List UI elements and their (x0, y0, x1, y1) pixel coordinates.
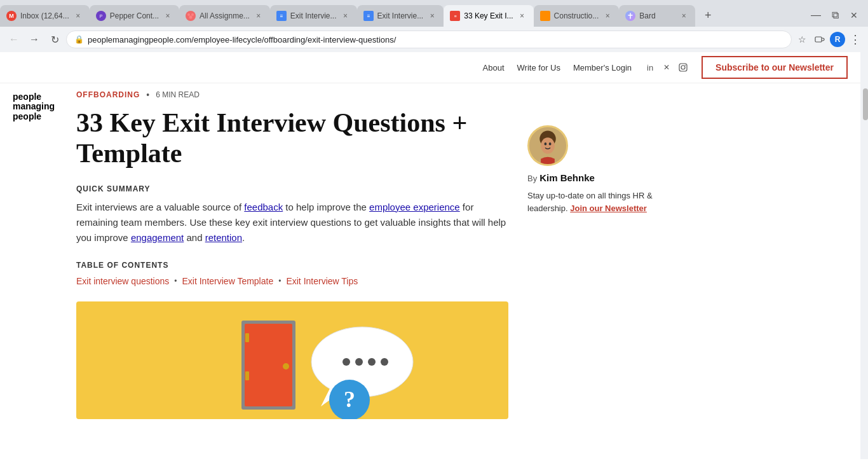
tab-label: Exit Intervie... (290, 11, 337, 20)
profile-button[interactable]: R (830, 32, 845, 47)
gmail-favicon: M (6, 11, 17, 21)
address-bar: ← → ↻ 🔒 peoplemanagingpeople.com/employe… (0, 27, 868, 52)
svg-text:P: P (99, 14, 102, 18)
svg-point-13 (681, 66, 685, 69)
svg-rect-19 (245, 333, 249, 342)
twitter-close-icon[interactable]: ✕ (661, 62, 672, 73)
svg-text:?: ? (344, 387, 355, 412)
tab-close-doc1[interactable]: × (341, 11, 351, 21)
toc-link-tips[interactable]: Exit Interview Tips (286, 276, 358, 286)
author-description: Stay up-to-date on all things HR & leade… (527, 190, 667, 214)
engagement-link[interactable]: engagement (131, 232, 184, 243)
svg-rect-11 (815, 37, 822, 42)
svg-point-23 (342, 358, 350, 366)
svg-point-32 (545, 142, 547, 146)
tab-label: 33 Key Exit I... (464, 11, 513, 20)
construction-favicon (540, 11, 550, 21)
svg-point-4 (191, 13, 194, 16)
tab-close-asana[interactable]: × (254, 11, 264, 21)
tab-pepper[interactable]: P Pepper Cont... × (90, 5, 179, 27)
tab-current[interactable]: ≡ 33 Key Exit I... × (444, 5, 533, 27)
tab-label: All Assignme... (200, 11, 250, 20)
separator: • (146, 90, 149, 100)
extensions-button[interactable] (812, 32, 827, 47)
svg-point-18 (283, 363, 289, 370)
current-favicon: ≡ (450, 11, 460, 21)
feedback-link[interactable]: feedback (244, 202, 283, 212)
retention-link[interactable]: retention (205, 232, 242, 243)
restore-button[interactable]: ⧉ (826, 6, 844, 24)
article-title-line1: 33 Key Exit Interview Questions + (76, 108, 467, 137)
author-by-label: By (527, 174, 537, 183)
linkedin-icon[interactable]: in (644, 62, 656, 73)
svg-point-14 (685, 65, 686, 66)
toc-sep-1: • (174, 277, 177, 286)
tab-doc1[interactable]: ≡ Exit Intervie... × (270, 5, 357, 27)
doc1-favicon: ≡ (276, 11, 287, 21)
top-navigation: About Write for Us Member's Login in ✕ S… (0, 52, 860, 83)
svg-point-2 (189, 16, 193, 19)
svg-rect-12 (679, 64, 687, 71)
tab-close-pepper[interactable]: × (163, 11, 173, 21)
toc-links: Exit interview questions • Exit Intervie… (76, 276, 508, 286)
svg-point-33 (549, 142, 552, 146)
logo-line2: managing (13, 102, 64, 111)
tab-bard[interactable]: Bard × (619, 5, 695, 27)
svg-rect-20 (245, 371, 249, 380)
read-time: 6 MIN READ (156, 90, 200, 99)
scrollbar[interactable] (860, 52, 868, 459)
tab-close-construction[interactable]: × (602, 11, 613, 21)
author-name[interactable]: Kim Behnke (539, 172, 595, 183)
browser-window: M Inbox (12,64... × P Pepper Cont... × A… (0, 0, 868, 459)
close-button[interactable]: ✕ (845, 6, 863, 24)
chrome-menu-button[interactable]: ⋮ (848, 32, 863, 47)
toc-link-template[interactable]: Exit Interview Template (182, 276, 274, 286)
lock-icon: 🔒 (74, 35, 84, 44)
new-tab-button[interactable]: + (699, 6, 717, 24)
newsletter-link[interactable]: Join our Newsletter (570, 204, 647, 213)
bard-favicon (625, 11, 635, 21)
author-byline: By Kim Behnke (527, 172, 595, 183)
tab-construction[interactable]: Constructio... × (534, 5, 620, 27)
tab-close-gmail[interactable]: × (73, 11, 83, 21)
toc-link-questions[interactable]: Exit interview questions (76, 276, 169, 286)
doc2-favicon: ≡ (363, 11, 374, 21)
bookmark-button[interactable]: ☆ (794, 32, 810, 47)
svg-text:≡: ≡ (367, 13, 370, 19)
about-link[interactable]: About (483, 63, 505, 73)
site-logo[interactable]: people managing people (13, 90, 64, 419)
svg-point-31 (541, 137, 555, 153)
social-icons: in ✕ (644, 62, 689, 73)
url-bar[interactable]: 🔒 peoplemanagingpeople.com/employee-life… (66, 31, 792, 48)
page-content: About Write for Us Member's Login in ✕ S… (0, 52, 860, 459)
write-for-us-link[interactable]: Write for Us (517, 63, 560, 73)
tab-asana[interactable]: All Assignme... × (179, 5, 270, 27)
category-label[interactable]: OFFBOARDING (76, 90, 140, 99)
svg-text:≡: ≡ (454, 14, 456, 18)
subscribe-button[interactable]: Subscribe to our Newsletter (702, 56, 848, 79)
asana-favicon (186, 11, 196, 21)
author-avatar (527, 125, 568, 166)
tab-close-current[interactable]: × (517, 11, 527, 21)
tab-doc2[interactable]: ≡ Exit Intervie... × (357, 5, 444, 27)
scrollbar-thumb[interactable] (863, 88, 868, 120)
forward-button[interactable]: → (25, 31, 43, 48)
minimize-button[interactable]: — (807, 6, 825, 24)
tab-close-doc2[interactable]: × (427, 11, 437, 21)
quick-summary-label: QUICK SUMMARY (76, 184, 508, 193)
logo-line3: people (13, 112, 64, 121)
tab-gmail[interactable]: M Inbox (12,64... × (0, 5, 90, 27)
employee-experience-link[interactable]: employee experience (369, 202, 460, 212)
pepper-favicon: P (96, 11, 106, 21)
reload-button[interactable]: ↻ (46, 31, 64, 48)
tab-label: Bard (639, 11, 675, 20)
article-content: OFFBOARDING • 6 MIN READ 33 Key Exit Int… (76, 90, 508, 419)
svg-text:≡: ≡ (280, 13, 283, 19)
tab-close-bard[interactable]: × (679, 11, 689, 21)
logo-line1: people (13, 92, 64, 102)
back-button[interactable]: ← (5, 31, 23, 48)
instagram-icon[interactable] (677, 62, 689, 73)
hero-image: ? (76, 301, 508, 419)
tab-label: Constructio... (554, 11, 599, 20)
members-login-link[interactable]: Member's Login (573, 63, 632, 73)
